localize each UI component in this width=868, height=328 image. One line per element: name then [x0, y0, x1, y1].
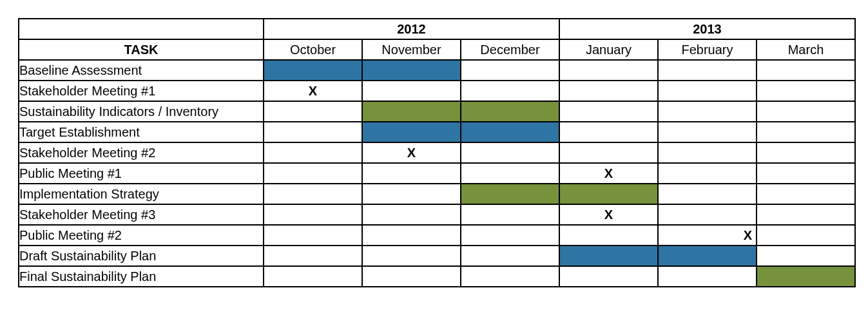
gantt-cell	[264, 204, 362, 225]
gantt-cell	[264, 142, 362, 163]
gantt-cell	[658, 266, 757, 287]
gantt-cell	[362, 101, 461, 122]
task-name: Implementation Strategy	[19, 184, 264, 204]
gantt-cell	[362, 81, 461, 101]
month-header: March	[757, 39, 855, 60]
gantt-cell	[658, 122, 757, 142]
table-row: Baseline Assessment	[19, 60, 855, 81]
month-header: February	[658, 39, 757, 60]
gantt-cell	[264, 163, 362, 184]
gantt-cell	[362, 246, 461, 266]
gantt-cell	[658, 163, 757, 184]
table-row: Public Meeting #2X	[19, 225, 855, 246]
gantt-cell	[264, 225, 362, 246]
gantt-cell	[757, 266, 855, 287]
gantt-cell	[559, 266, 658, 287]
gantt-cell	[362, 184, 461, 204]
gantt-cell	[757, 101, 855, 122]
gantt-cell	[757, 122, 855, 142]
gantt-cell	[559, 122, 658, 142]
gantt-cell	[264, 101, 362, 122]
gantt-cell	[658, 101, 757, 122]
gantt-cell	[658, 246, 757, 266]
gantt-cell	[461, 184, 559, 204]
month-header: January	[559, 39, 658, 60]
gantt-cell	[461, 60, 559, 81]
gantt-cell	[461, 122, 559, 142]
gantt-cell: X	[559, 163, 658, 184]
gantt-cell	[658, 184, 757, 204]
table-row: Stakeholder Meeting #2X	[19, 142, 855, 163]
gantt-cell	[362, 225, 461, 246]
gantt-cell	[559, 225, 658, 246]
gantt-cell: X	[264, 81, 362, 101]
task-name: Stakeholder Meeting #2	[19, 142, 264, 163]
task-name: Sustainability Indicators / Inventory	[19, 101, 264, 122]
gantt-cell	[264, 60, 362, 81]
task-name: Stakeholder Meeting #1	[19, 81, 264, 101]
gantt-cell	[559, 101, 658, 122]
table-row: Implementation Strategy	[19, 184, 855, 204]
month-header: October	[264, 39, 362, 60]
gantt-body: Baseline AssessmentStakeholder Meeting #…	[19, 60, 855, 287]
gantt-cell	[757, 163, 855, 184]
task-name: Public Meeting #2	[19, 225, 264, 246]
table-row: Stakeholder Meeting #3X	[19, 204, 855, 225]
gantt-cell	[757, 142, 855, 163]
gantt-cell	[362, 60, 461, 81]
table-row: Sustainability Indicators / Inventory	[19, 101, 855, 122]
table-row: Public Meeting #1X	[19, 163, 855, 184]
gantt-cell	[757, 81, 855, 101]
task-name: Target Establishment	[19, 122, 264, 142]
gantt-cell	[559, 184, 658, 204]
gantt-cell	[461, 225, 559, 246]
year-header-2013: 2013	[559, 19, 855, 39]
gantt-cell	[362, 163, 461, 184]
gantt-cell	[264, 266, 362, 287]
gantt-cell	[461, 163, 559, 184]
gantt-cell	[757, 246, 855, 266]
task-name: Final Sustainability Plan	[19, 266, 264, 287]
gantt-cell	[461, 246, 559, 266]
gantt-cell	[264, 122, 362, 142]
table-row: Stakeholder Meeting #1X	[19, 81, 855, 101]
gantt-cell	[757, 60, 855, 81]
gantt-cell	[559, 142, 658, 163]
gantt-cell	[362, 266, 461, 287]
gantt-cell	[362, 122, 461, 142]
gantt-cell	[757, 184, 855, 204]
gantt-cell: X	[362, 142, 461, 163]
task-name: Draft Sustainability Plan	[19, 246, 264, 266]
task-column-header: TASK	[19, 39, 264, 60]
gantt-cell	[757, 225, 855, 246]
task-name: Stakeholder Meeting #3	[19, 204, 264, 225]
gantt-cell	[658, 60, 757, 81]
gantt-table: 2012 2013 TASK October November December…	[18, 18, 856, 287]
gantt-cell	[461, 266, 559, 287]
table-row: Draft Sustainability Plan	[19, 246, 855, 266]
gantt-cell	[559, 60, 658, 81]
month-header: November	[362, 39, 461, 60]
task-name: Public Meeting #1	[19, 163, 264, 184]
gantt-cell	[461, 204, 559, 225]
table-row: Final Sustainability Plan	[19, 266, 855, 287]
gantt-cell	[264, 246, 362, 266]
gantt-cell	[461, 81, 559, 101]
year-header-2012: 2012	[264, 19, 559, 39]
gantt-cell	[757, 204, 855, 225]
gantt-cell	[264, 184, 362, 204]
gantt-cell: X	[658, 225, 757, 246]
gantt-cell	[362, 204, 461, 225]
task-name: Baseline Assessment	[19, 60, 264, 81]
gantt-cell	[658, 142, 757, 163]
gantt-cell	[658, 81, 757, 101]
gantt-cell	[658, 204, 757, 225]
gantt-cell	[461, 142, 559, 163]
table-row: Target Establishment	[19, 122, 855, 142]
blank-corner	[19, 19, 264, 39]
gantt-cell	[461, 101, 559, 122]
gantt-cell: X	[559, 204, 658, 225]
month-header: December	[461, 39, 559, 60]
gantt-cell	[559, 81, 658, 101]
gantt-cell	[559, 246, 658, 266]
